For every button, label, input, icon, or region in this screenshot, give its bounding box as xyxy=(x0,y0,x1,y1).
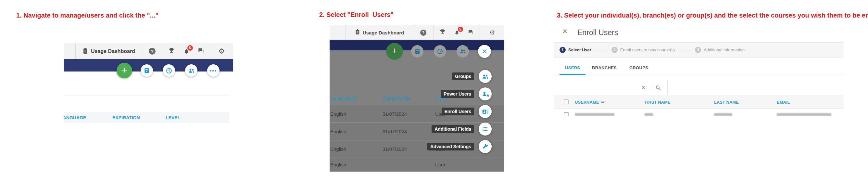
table-cell: 31/07/2024 xyxy=(382,129,407,134)
ellipsis-icon: ••• xyxy=(210,68,217,74)
menu-item-groups-tooltip: Groups xyxy=(452,73,474,80)
redacted-email xyxy=(777,113,831,116)
filter-column-divider xyxy=(667,80,668,95)
p1-help-button[interactable]: ? xyxy=(142,43,162,59)
search-icon xyxy=(655,85,661,91)
clipboard-icon xyxy=(355,29,360,36)
p1-divider xyxy=(64,95,229,96)
help-icon: ? xyxy=(420,30,426,36)
history-button-dimmed xyxy=(434,45,446,58)
messages-icon[interactable] xyxy=(468,29,473,36)
redacted-last-name xyxy=(714,113,732,116)
notifications-button[interactable]: 5 xyxy=(183,48,190,55)
table-cell: 31/07/2024 xyxy=(382,146,407,152)
table-cell: 31/07/2024 xyxy=(382,111,407,117)
import-export-button[interactable] xyxy=(141,64,153,77)
enroll-users-icon xyxy=(482,108,489,115)
trophy-icon[interactable] xyxy=(440,29,445,36)
p1-settings-button[interactable]: ⚙ xyxy=(210,43,233,59)
sort-icon[interactable] xyxy=(601,101,606,104)
dialog-close-button[interactable]: × xyxy=(562,27,567,35)
wrench-icon xyxy=(482,143,488,150)
add-user-button[interactable]: + xyxy=(117,63,132,78)
table-cell: User xyxy=(435,162,445,167)
more-actions-button[interactable]: ••• xyxy=(207,64,219,77)
p2-usage-dashboard-button[interactable]: Usage Dashboard xyxy=(346,25,413,40)
col-username[interactable]: USERNAME xyxy=(575,100,599,105)
gear-icon: ⚙ xyxy=(489,29,495,36)
tab-branches[interactable]: BRANCHES xyxy=(592,65,617,70)
stepper-step-additional-info: 3 Additional Information xyxy=(695,47,745,53)
col-last-name[interactable]: LAST NAME xyxy=(714,100,739,105)
plus-icon: + xyxy=(121,65,127,75)
step-number-badge: 1 xyxy=(559,47,566,53)
notification-badge: 5 xyxy=(458,27,463,32)
additional-fields-icon xyxy=(482,126,488,132)
users-button-dimmed xyxy=(457,45,469,58)
table-cell: English xyxy=(330,162,346,167)
col-first-name[interactable]: FIRST NAME xyxy=(645,100,670,105)
step-label: Additional Information xyxy=(704,48,745,52)
menu-item-groups-button[interactable] xyxy=(479,70,492,83)
notifications-button[interactable]: 5 xyxy=(454,30,460,35)
help-icon: ? xyxy=(149,48,156,55)
enrollment-stepper: 1 Select User 2 Enroll users to new cour… xyxy=(554,42,844,58)
step-label: Select User xyxy=(568,48,591,52)
close-menu-button[interactable]: × xyxy=(478,45,491,58)
stepper-connector xyxy=(679,50,691,50)
menu-item-advanced-settings-tooltip: Advanced Settings xyxy=(427,143,474,150)
search-separator xyxy=(652,85,652,91)
menu-item-additional-fields-button[interactable] xyxy=(479,122,492,136)
menu-item-advanced-settings-button[interactable] xyxy=(479,140,492,153)
groups-icon xyxy=(482,73,489,80)
p1-col-expiration: EXPIRATION xyxy=(112,115,140,120)
messages-icon[interactable] xyxy=(198,48,204,55)
p2-dim-overlay: LANGUAGE EXPIRATION LEVEL English 31/07/… xyxy=(330,50,504,172)
archive-icon xyxy=(144,67,150,74)
trophy-icon[interactable] xyxy=(168,48,175,55)
clear-search-button[interactable]: × xyxy=(641,84,646,91)
users-icon xyxy=(460,48,466,55)
step-number-badge: 2 xyxy=(612,47,618,53)
p2-toolbar: Usage Dashboard ? 5 ⚙ xyxy=(330,25,504,40)
menu-item-power-users-tooltip: Power Users xyxy=(441,90,474,98)
step-number-badge: 3 xyxy=(695,47,701,53)
table-cell: English xyxy=(330,111,346,117)
p2-settings-button[interactable]: ⚙ xyxy=(480,25,504,40)
power-users-icon: ★ xyxy=(482,91,488,97)
tab-groups[interactable]: GROUPS xyxy=(629,65,648,70)
annotation-step-2: 2. Select "Enroll Users" xyxy=(319,11,394,19)
enroll-users-dialog: × Enroll Users 1 Select User 2 Enroll us… xyxy=(554,24,844,116)
tab-users[interactable]: USERS xyxy=(565,65,580,70)
p1-toolbar-spacer xyxy=(64,43,76,59)
search-button[interactable] xyxy=(655,85,661,92)
gear-icon: ⚙ xyxy=(219,47,225,55)
clock-icon xyxy=(165,67,173,74)
select-all-checkbox[interactable] xyxy=(564,100,568,104)
annotation-step-3: 3. Select your individual(s), branch(es)… xyxy=(557,12,868,19)
p2-col-language: LANGUAGE xyxy=(330,96,356,102)
p1-table-header: LANGUAGE EXPIRATION LEVEL xyxy=(64,112,229,123)
menu-item-power-users-button[interactable]: ★ xyxy=(479,87,492,101)
close-icon: × xyxy=(482,47,487,56)
p1-usage-dashboard-button[interactable]: Usage Dashboard xyxy=(76,43,142,59)
users-table-header: USERNAME FIRST NAME LAST NAME EMAIL xyxy=(554,95,844,109)
p1-col-level: LEVEL xyxy=(165,115,180,120)
usage-dashboard-label: Usage Dashboard xyxy=(363,30,404,35)
history-button[interactable] xyxy=(163,64,175,77)
users-icon xyxy=(188,67,195,74)
users-button[interactable] xyxy=(185,64,197,77)
step-label: Enroll users to new course(s) xyxy=(620,48,675,52)
p2-col-expiration: EXPIRATION xyxy=(382,96,410,102)
archive-icon xyxy=(414,49,421,55)
col-email[interactable]: EMAIL xyxy=(777,100,790,105)
stepper-step-select-user: 1 Select User xyxy=(559,47,591,53)
menu-item-enroll-users-button[interactable] xyxy=(479,105,492,118)
star-icon: ★ xyxy=(486,93,490,98)
row-checkbox[interactable] xyxy=(564,112,568,116)
p2-icon-group: 5 xyxy=(434,25,480,40)
p2-help-button[interactable]: ? xyxy=(413,25,434,40)
import-export-button-dimmed xyxy=(411,45,424,58)
annotation-step-1: 1. Navigate to manage/users and click th… xyxy=(16,12,158,19)
clipboard-icon xyxy=(83,48,88,55)
